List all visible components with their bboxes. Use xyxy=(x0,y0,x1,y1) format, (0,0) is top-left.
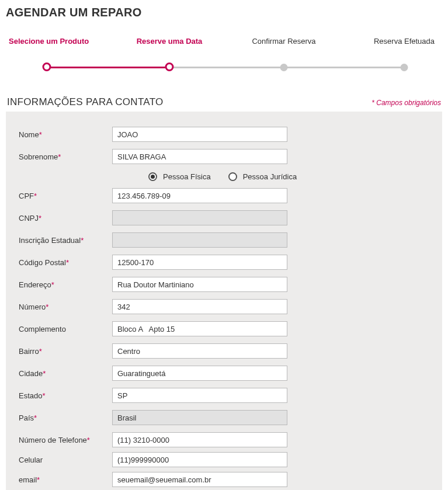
row-inscricao-estadual: Inscrição Estadual* xyxy=(19,229,429,251)
label-telefone-text: Número de Telefone xyxy=(19,436,87,444)
label-complemento-text: Complemento xyxy=(19,325,66,333)
label-cidade-text: Cidade xyxy=(19,369,43,378)
label-nome: Nome* xyxy=(19,130,112,139)
stepper: Selecione um Produto Reserve uma Data Co… xyxy=(6,37,442,79)
required-note: * Campos obrigatórios xyxy=(371,99,441,107)
label-endereco-text: Endereço xyxy=(19,280,51,289)
contact-form: Nome* Sobrenome* Pessoa Física Pessoa Ju… xyxy=(6,112,442,490)
row-estado: Estado* xyxy=(19,384,429,406)
stepper-step-3[interactable]: Confirmar Reserva xyxy=(249,37,319,56)
input-bairro[interactable] xyxy=(112,343,287,359)
stepper-line-1-2 xyxy=(46,67,169,68)
stepper-step-4-label: Reserva Efetuada xyxy=(369,37,439,46)
label-pais-text: País xyxy=(19,413,34,422)
label-cpf-text: CPF xyxy=(19,192,34,200)
input-codigo-postal[interactable] xyxy=(112,255,287,270)
req-mark: * xyxy=(34,192,37,200)
label-email: email* xyxy=(19,475,112,484)
input-cidade[interactable] xyxy=(112,366,287,381)
input-endereco[interactable] xyxy=(112,277,287,292)
req-mark: * xyxy=(39,130,42,139)
label-bairro-text: Bairro xyxy=(19,347,39,356)
row-nome: Nome* xyxy=(19,123,429,145)
input-sobrenome[interactable] xyxy=(112,149,287,164)
req-mark: * xyxy=(39,347,42,356)
label-cidade: Cidade* xyxy=(19,369,112,378)
label-estado-text: Estado xyxy=(19,391,42,400)
input-estado[interactable] xyxy=(112,388,287,403)
input-inscricao-estadual xyxy=(112,232,287,248)
label-telefone: Número de Telefone* xyxy=(19,436,112,444)
stepper-step-3-label: Confirmar Reserva xyxy=(249,37,319,46)
input-email[interactable] xyxy=(112,472,287,487)
stepper-dot-1 xyxy=(43,62,51,71)
req-mark: * xyxy=(87,436,90,444)
row-cnpj: CNPJ* xyxy=(19,207,429,229)
label-nome-text: Nome xyxy=(19,130,39,139)
stepper-step-2[interactable]: Reserve uma Data xyxy=(134,37,204,56)
label-codigo-text: Código Postal xyxy=(19,258,66,267)
req-mark: * xyxy=(37,475,40,484)
row-telefone: Número de Telefone* xyxy=(19,429,429,451)
input-cnpj xyxy=(112,210,287,225)
req-mark: * xyxy=(46,303,48,311)
label-codigo-postal: Código Postal* xyxy=(19,258,112,267)
row-complemento: Complemento xyxy=(19,318,429,340)
stepper-line-3-4 xyxy=(284,67,403,68)
section-header: INFORMAÇÕES PARA CONTATO * Campos obriga… xyxy=(6,96,442,108)
radio-fisica-label: Pessoa Física xyxy=(163,172,211,181)
radio-juridica-label: Pessoa Jurídica xyxy=(243,172,297,181)
label-pais: País* xyxy=(19,413,112,422)
stepper-step-1[interactable]: Selecione um Produto xyxy=(9,37,85,56)
input-pais xyxy=(112,410,287,425)
section-title: INFORMAÇÕES PARA CONTATO xyxy=(7,96,164,108)
row-celular: Celular xyxy=(19,451,429,468)
person-type-group: Pessoa Física Pessoa Jurídica xyxy=(19,172,429,181)
label-bairro: Bairro* xyxy=(19,347,112,356)
req-mark: * xyxy=(58,152,61,161)
label-celular: Celular xyxy=(19,456,112,464)
stepper-step-1-label: Selecione um Produto xyxy=(9,37,85,46)
row-cpf: CPF* xyxy=(19,185,429,207)
row-endereco: Endereço* xyxy=(19,273,429,296)
label-inscricao-estadual: Inscrição Estadual* xyxy=(19,236,112,245)
label-endereco: Endereço* xyxy=(19,280,112,289)
stepper-step-4[interactable]: Reserva Efetuada xyxy=(369,37,439,56)
stepper-step-2-label: Reserve uma Data xyxy=(134,37,204,46)
label-sobrenome-text: Sobrenome xyxy=(19,152,58,161)
req-mark: * xyxy=(42,391,45,400)
row-sobrenome: Sobrenome* xyxy=(19,145,429,168)
radio-fisica-icon xyxy=(148,172,157,181)
radio-juridica-icon xyxy=(228,172,237,181)
label-cpf: CPF* xyxy=(19,192,112,200)
input-telefone[interactable] xyxy=(112,432,287,447)
label-numero-text: Número xyxy=(19,303,46,311)
label-inscricao-text: Inscrição Estadual xyxy=(19,236,81,245)
input-cpf[interactable] xyxy=(112,188,287,203)
req-mark: * xyxy=(43,369,46,378)
req-mark: * xyxy=(66,258,69,267)
req-mark: * xyxy=(39,214,41,223)
label-cnpj: CNPJ* xyxy=(19,214,112,223)
label-cnpj-text: CNPJ xyxy=(19,214,39,223)
stepper-dot-2 xyxy=(165,62,174,71)
input-complemento[interactable] xyxy=(112,321,287,336)
label-complemento: Complemento xyxy=(19,325,112,333)
label-sobrenome: Sobrenome* xyxy=(19,152,112,161)
radio-pessoa-fisica[interactable]: Pessoa Física xyxy=(148,172,211,181)
req-mark: * xyxy=(51,280,54,289)
radio-pessoa-juridica[interactable]: Pessoa Jurídica xyxy=(228,172,297,181)
row-email: email* xyxy=(19,468,429,490)
row-codigo-postal: Código Postal* xyxy=(19,251,429,273)
label-email-text: email xyxy=(19,475,37,484)
row-cidade: Cidade* xyxy=(19,362,429,384)
input-celular[interactable] xyxy=(112,452,287,467)
stepper-dot-3 xyxy=(280,64,288,71)
page-title: AGENDAR UM REPARO xyxy=(6,6,442,19)
input-nome[interactable] xyxy=(112,127,287,142)
input-numero[interactable] xyxy=(112,299,287,314)
label-estado: Estado* xyxy=(19,391,112,400)
label-numero: Número* xyxy=(19,303,112,311)
row-bairro: Bairro* xyxy=(19,340,429,362)
row-numero: Número* xyxy=(19,296,429,318)
